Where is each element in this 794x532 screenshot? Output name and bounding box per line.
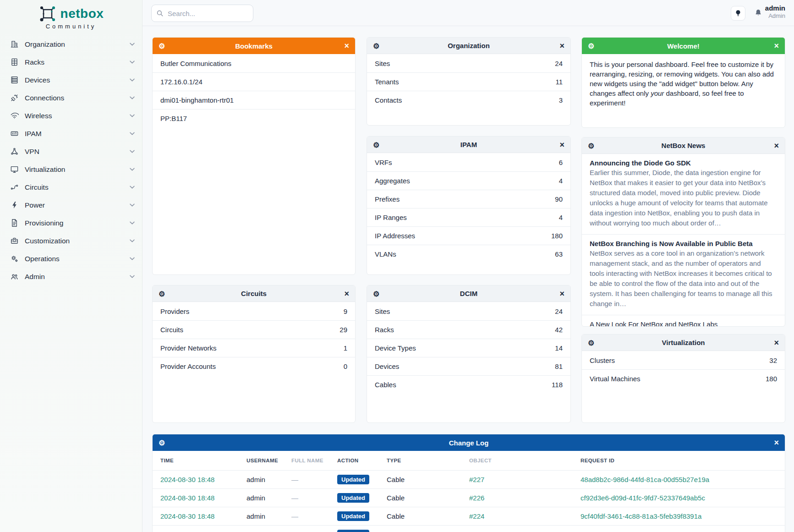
sidebar-item-label: Connections (25, 94, 130, 102)
changelog-object-link[interactable]: #227 (469, 476, 580, 483)
ipam-icon (10, 129, 19, 138)
widget-close-icon[interactable]: × (559, 137, 564, 153)
news-item-title[interactable]: A New Look For NetBox and NetBox Labs (590, 320, 777, 327)
sidebar-item-operations[interactable]: Operations (0, 250, 142, 268)
bookmark-item[interactable]: PP:B117 (153, 109, 355, 127)
vpn-icon (10, 147, 19, 156)
changelog-request-id-link[interactable]: 48ad8b2c-986d-44fd-81ca-00d55b27e19a (580, 476, 785, 483)
stat-row: Device Types14 (367, 339, 570, 357)
changelog-time-link[interactable]: 2024-08-30 18:48 (160, 494, 246, 502)
sidebar-item-ipam[interactable]: IPAM (0, 125, 142, 143)
sidebar-item-racks[interactable]: Racks (0, 53, 142, 71)
table-row: 2024-08-30 18:48 admin — Updated Cable #… (153, 507, 785, 525)
column-header[interactable]: OBJECT (469, 458, 580, 463)
stat-row: Circuits29 (153, 320, 355, 339)
column-header[interactable]: FULL NAME (291, 458, 337, 463)
widget-close-icon[interactable]: × (774, 335, 779, 351)
operations-icon (10, 254, 19, 263)
widget-circuits: ⚙ Circuits × Providers9 Circuits29 Provi… (152, 285, 356, 423)
widget-close-icon[interactable]: × (774, 38, 779, 54)
changelog-action: Updated (337, 530, 387, 532)
changelog-header-row: TIME USERNAME FULL NAME ACTION TYPE OBJE… (153, 451, 785, 470)
dashboard: ⚙ Bookmarks × Butler Communications 172.… (142, 0, 794, 532)
stat-row: Contacts3 (367, 91, 570, 109)
brand-name: netbox (60, 6, 104, 21)
news-item: A New Look For NetBox and NetBox Labs (582, 315, 785, 327)
bookmark-item[interactable]: Butler Communications (153, 54, 355, 72)
sidebar-item-label: VPN (25, 148, 130, 156)
widget-organization: ⚙ Organization × Sites24 Tenants11 Conta… (367, 37, 571, 126)
changelog-request-id-link[interactable]: 9cf40fdf-3461-4c88-81a3-5feb39f8391a (580, 512, 785, 520)
stat-row: Sites24 (367, 302, 570, 320)
changelog-request-id-link[interactable]: cf92d3e6-d09d-41fc-9fd7-52337649ab5c (580, 494, 785, 502)
widget-title: Bookmarks (235, 42, 273, 50)
changelog-object-link[interactable]: #226 (469, 494, 580, 502)
sidebar-item-label: Devices (25, 76, 130, 84)
column-header[interactable]: TYPE (387, 458, 469, 463)
widget-close-icon[interactable]: × (344, 38, 349, 54)
stat-row: IP Ranges4 (367, 208, 570, 226)
chevron-down-icon (130, 221, 135, 225)
widget-change-log: ⚙ Change Log × TIME USERNAME FULL NAME A… (152, 434, 785, 532)
widget-config-gear-icon[interactable]: ⚙ (588, 335, 594, 351)
news-item-title[interactable]: Announcing the Diode Go SDK (590, 159, 777, 167)
provisioning-icon (10, 219, 19, 227)
sidebar-item-provisioning[interactable]: Provisioning (0, 214, 142, 232)
sidebar-item-power[interactable]: Power (0, 196, 142, 214)
chevron-down-icon (130, 78, 135, 82)
stat-row: VLANs63 (367, 245, 570, 263)
column-header[interactable]: REQUEST ID (580, 458, 785, 463)
sidebar-item-connections[interactable]: Connections (0, 89, 142, 107)
column-header[interactable]: TIME (160, 458, 246, 463)
bookmark-item[interactable]: dmi01-binghamton-rtr01 (153, 91, 355, 109)
widget-config-gear-icon[interactable]: ⚙ (373, 285, 379, 302)
table-row: 2024-08-30 18:47 admin — Updated Cable #… (153, 525, 785, 532)
widget-title: Change Log (449, 439, 489, 447)
widget-title: DCIM (460, 290, 477, 297)
widget-close-icon[interactable]: × (559, 38, 564, 54)
sidebar-item-circuits[interactable]: Circuits (0, 178, 142, 196)
sidebar-item-organization[interactable]: Organization (0, 35, 142, 53)
stat-row: Prefixes90 (367, 190, 570, 208)
sidebar-item-label: Racks (25, 58, 130, 66)
changelog-time-link[interactable]: 2024-08-30 18:48 (160, 512, 246, 520)
widget-config-gear-icon[interactable]: ⚙ (588, 137, 594, 154)
changelog-time-link[interactable]: 2024-08-30 18:48 (160, 476, 246, 483)
widget-config-gear-icon[interactable]: ⚙ (159, 434, 165, 451)
bookmark-item[interactable]: 172.16.0.1/24 (153, 72, 355, 91)
sidebar-item-admin[interactable]: Admin (0, 268, 142, 285)
widget-config-gear-icon[interactable]: ⚙ (588, 38, 594, 54)
sidebar-item-wireless[interactable]: Wireless (0, 107, 142, 125)
news-item-title[interactable]: NetBox Branching is Now Available in Pub… (590, 240, 777, 247)
sidebar-item-customization[interactable]: Customization (0, 232, 142, 250)
connections-icon (10, 93, 19, 102)
widget-title: IPAM (460, 141, 477, 148)
chevron-down-icon (130, 60, 135, 64)
circuits-icon (10, 183, 19, 192)
netbox-logo[interactable]: netbox (0, 0, 142, 22)
widget-config-gear-icon[interactable]: ⚙ (373, 137, 379, 153)
widget-config-gear-icon[interactable]: ⚙ (373, 38, 379, 54)
sidebar-item-vpn[interactable]: VPN (0, 143, 142, 160)
widget-close-icon[interactable]: × (774, 434, 779, 451)
widget-title: Organization (448, 42, 490, 49)
news-item-body: Earlier this summer, Diode, the data ing… (590, 168, 777, 228)
changelog-fullname: — (291, 476, 337, 483)
news-item-body: NetBox serves as a core tool in an organ… (590, 248, 777, 309)
chevron-down-icon (130, 114, 135, 117)
widget-config-gear-icon[interactable]: ⚙ (159, 38, 165, 54)
sidebar-item-label: Provisioning (25, 219, 130, 227)
chevron-down-icon (130, 150, 135, 153)
widget-close-icon[interactable]: × (559, 285, 564, 302)
chevron-down-icon (130, 275, 135, 278)
widget-config-gear-icon[interactable]: ⚙ (159, 285, 165, 302)
widget-close-icon[interactable]: × (344, 285, 349, 302)
sidebar-item-virtualization[interactable]: Virtualization (0, 160, 142, 178)
widget-close-icon[interactable]: × (774, 137, 779, 154)
sidebar-item-devices[interactable]: Devices (0, 71, 142, 89)
column-header[interactable]: ACTION (337, 458, 387, 463)
column-header[interactable]: USERNAME (246, 458, 291, 463)
changelog-action: Updated (337, 475, 387, 484)
changelog-object-link[interactable]: #224 (469, 512, 580, 520)
widget-title: Circuits (241, 290, 267, 297)
